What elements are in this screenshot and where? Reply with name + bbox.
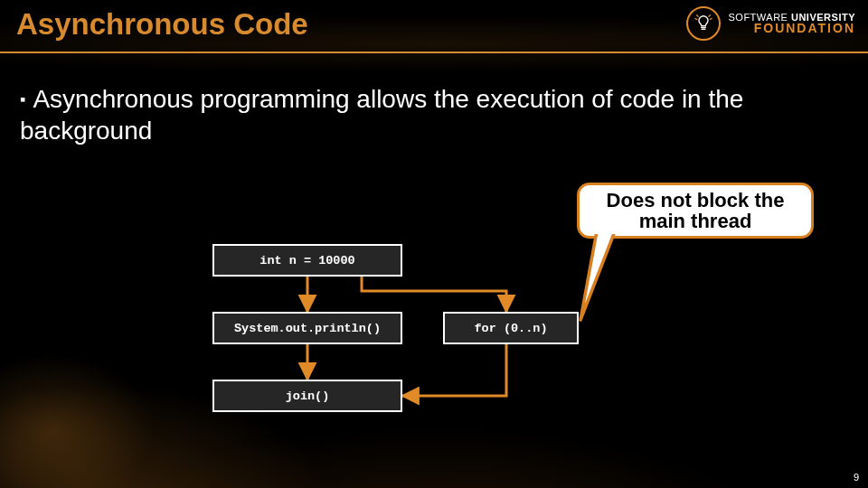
logo-line2: FOUNDATION xyxy=(728,23,855,34)
callout-tail-icon xyxy=(575,226,629,325)
code-box-join: join() xyxy=(212,380,402,412)
code-box-print: System.out.println() xyxy=(212,312,402,344)
svg-marker-0 xyxy=(580,231,615,320)
page-number: 9 xyxy=(854,472,859,483)
lightbulb-icon xyxy=(686,6,721,41)
slide-title: Asynchronous Code xyxy=(16,7,308,42)
bullet-text: Asynchronous programming allows the exec… xyxy=(20,85,743,145)
slide: Asynchronous Code SOFTWARE UNIVERSITY FO… xyxy=(0,0,868,488)
body-bullet: ▪Asynchronous programming allows the exe… xyxy=(20,83,846,146)
diagram: int n = 10000 System.out.println() for (… xyxy=(0,172,868,488)
code-box-init: int n = 10000 xyxy=(212,244,402,277)
bullet-marker-icon: ▪ xyxy=(20,90,25,108)
code-box-for: for (0..n) xyxy=(443,312,579,344)
svg-rect-1 xyxy=(595,229,617,234)
brand-logo: SOFTWARE UNIVERSITY FOUNDATION xyxy=(686,6,855,41)
title-underline xyxy=(0,52,868,53)
